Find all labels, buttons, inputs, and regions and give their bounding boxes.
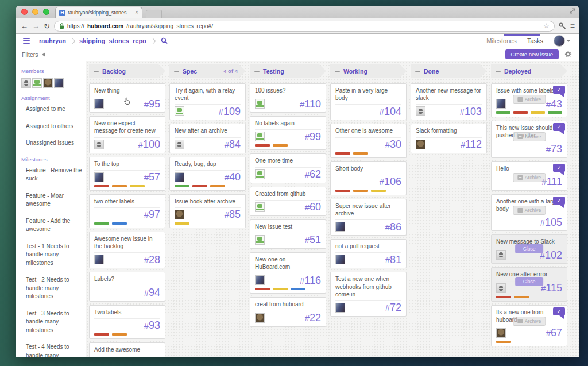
app-menu-icon[interactable]	[22, 37, 31, 45]
issue-card[interactable]: To the top#57	[89, 157, 165, 191]
collapse-column-icon[interactable]	[174, 71, 179, 72]
chrome-menu-icon[interactable]: ≡	[570, 21, 574, 30]
nav-milestones[interactable]: Milestones	[486, 37, 517, 44]
assignee-avatar-dark[interactable]	[416, 140, 425, 149]
issue-card[interactable]: creat from huboard#22	[250, 297, 326, 326]
milestone-filter-item[interactable]: Feature - Moar awesome	[26, 192, 82, 209]
assignment-filter-item[interactable]: Assigned to me	[26, 105, 82, 114]
milestone-filter-item[interactable]: Feature - Remove the suck	[26, 167, 82, 183]
assignee-avatar-glasses[interactable]	[496, 250, 506, 260]
issue-card[interactable]: New thing#95	[89, 83, 165, 113]
issue-card[interactable]: Its a new one from huboard#67✓Archive	[491, 305, 567, 346]
column-header-backlog[interactable]: Backlog	[89, 64, 165, 78]
nav-tasks[interactable]: Tasks	[527, 37, 543, 44]
assignee-avatar-couple[interactable]	[335, 255, 345, 264]
milestone-filter-item[interactable]: Test - 1 Needs to handle many milestones	[26, 242, 82, 268]
archive-button[interactable]: Archive	[513, 173, 546, 182]
assignee-avatar-octocat[interactable]	[255, 132, 265, 141]
assignee-avatar-couple[interactable]	[175, 172, 184, 182]
archive-button[interactable]: Archive	[513, 206, 546, 215]
collapse-sidebar-icon[interactable]	[42, 52, 45, 57]
collapse-column-icon[interactable]	[415, 71, 420, 72]
assignee-avatar-couple[interactable]	[335, 222, 345, 232]
issue-card[interactable]: Add the awesome#92	[89, 342, 165, 357]
member-avatar-glasses[interactable]	[21, 78, 31, 88]
zoom-window-button[interactable]	[43, 9, 49, 15]
back-button[interactable]: ←	[21, 22, 28, 30]
breadcrumb-repo[interactable]: skipping_stones_repo	[77, 37, 149, 44]
assignee-avatar-couple[interactable]	[335, 303, 345, 313]
forward-button[interactable]: →	[32, 22, 40, 30]
assignee-avatar-glasses[interactable]	[416, 106, 425, 116]
assignee-avatar-couple[interactable]	[94, 255, 104, 264]
issue-card[interactable]: New after an archive#84	[169, 124, 246, 153]
issue-card[interactable]: No labels again#99	[250, 116, 326, 150]
column-header-spec[interactable]: Spec4 of 4	[169, 64, 246, 78]
assignee-avatar-glasses[interactable]	[496, 283, 506, 293]
assignee-avatar-octocat[interactable]	[255, 202, 265, 212]
issue-card[interactable]: This new issue should be pushed to gitte…	[491, 121, 567, 157]
issue-card[interactable]: Paste in a very large body#104	[330, 83, 407, 120]
assignee-avatar-couple[interactable]	[94, 99, 104, 109]
assignment-filter-item[interactable]: Unassigned issues	[26, 139, 82, 148]
close-window-button[interactable]	[21, 9, 28, 15]
create-new-issue-button[interactable]: Create new issue	[505, 49, 559, 59]
checked-ribbon-icon[interactable]: ✓	[553, 164, 565, 172]
user-menu[interactable]	[554, 35, 571, 47]
milestone-filter-item[interactable]: Feature - Add the awesome	[26, 217, 82, 234]
assignee-avatar-couple[interactable]	[255, 275, 265, 285]
assignee-avatar-glasses[interactable]	[94, 140, 104, 149]
collapse-column-icon[interactable]	[94, 71, 99, 72]
issue-card[interactable]: not a pull request#81	[330, 239, 407, 268]
issue-card[interactable]: Awesome new issue in the backlog#28	[89, 232, 165, 268]
issue-card[interactable]: Labels?#94	[89, 272, 165, 301]
issue-card[interactable]: Test a new one when webhooks from github…	[330, 272, 407, 317]
tab-close-icon[interactable]: ×	[135, 10, 138, 16]
issue-card[interactable]: New one expect message for create new#10…	[89, 116, 165, 153]
new-tab-button[interactable]	[146, 10, 162, 18]
issue-card[interactable]: New one on HuBoard.com#116	[250, 252, 326, 294]
issue-card[interactable]: Created from github#60	[250, 187, 326, 216]
archive-button[interactable]: Archive	[513, 132, 546, 141]
issue-card[interactable]: Another new message for slack#103	[411, 83, 487, 120]
assignee-avatar-couple[interactable]	[94, 172, 104, 182]
issue-card[interactable]: Super new issue after archive#86	[330, 199, 407, 236]
column-header-deployed[interactable]: Deployed	[491, 64, 567, 78]
checked-ribbon-icon[interactable]: ✓	[553, 123, 565, 131]
assignee-avatar-dark[interactable]	[496, 328, 506, 338]
archive-button[interactable]: Archive	[513, 317, 546, 326]
breadcrumb-owner[interactable]: rauhryan	[37, 37, 68, 44]
column-header-working[interactable]: Working	[330, 64, 407, 78]
issue-card[interactable]: Slack formatting#112	[411, 124, 487, 153]
issue-card[interactable]: Short body#106	[330, 161, 407, 195]
issue-card[interactable]: two other labels#97	[89, 194, 165, 228]
checked-ribbon-icon[interactable]: ✓	[553, 197, 565, 205]
window-resize-icon[interactable]	[570, 8, 575, 14]
issue-card[interactable]: Issue hook after archive#85	[169, 194, 246, 228]
search-icon[interactable]	[161, 37, 168, 44]
close-button[interactable]: Close	[515, 277, 544, 286]
issue-card[interactable]: New message to Slack#102Close	[491, 234, 567, 264]
assignment-filter-item[interactable]: Assigned to others	[26, 122, 82, 131]
issue-card[interactable]: Another one with a large body#105✓Archiv…	[491, 194, 567, 231]
issue-card[interactable]: Ready, bug, dup#40	[169, 157, 246, 191]
issue-card[interactable]: Hello#111✓Archive	[491, 161, 567, 191]
issue-card[interactable]: 100 issues?#110	[250, 83, 326, 113]
issue-card[interactable]: Try it again, with a relay event#109	[169, 83, 246, 120]
milestone-filter-item[interactable]: Test - 2 Needs to handle many milestones	[26, 276, 82, 301]
browser-tab[interactable]: H rauhryan/skipping_stones ×	[55, 7, 142, 18]
reload-button[interactable]: ↻	[44, 22, 50, 30]
minimize-window-button[interactable]	[32, 9, 38, 15]
url-input[interactable]: https://huboard.com/rauhryan/skipping_st…	[54, 21, 555, 32]
issue-card[interactable]: New one after errror#115Close	[491, 267, 567, 301]
assignee-avatar-dark[interactable]	[255, 313, 265, 323]
collapse-column-icon[interactable]	[335, 71, 340, 72]
assignee-avatar-dark[interactable]	[175, 210, 184, 219]
assignee-avatar-octocat[interactable]	[255, 169, 265, 179]
member-avatar-dark[interactable]	[43, 78, 53, 88]
milestone-filter-item[interactable]: Test - 4 Needs to handle many milestones	[26, 343, 82, 357]
issue-card[interactable]: Two labels#93	[89, 305, 165, 339]
checked-ribbon-icon[interactable]: ✓	[553, 86, 565, 94]
collapse-column-icon[interactable]	[254, 71, 260, 72]
archive-button[interactable]: Archive	[513, 95, 546, 104]
